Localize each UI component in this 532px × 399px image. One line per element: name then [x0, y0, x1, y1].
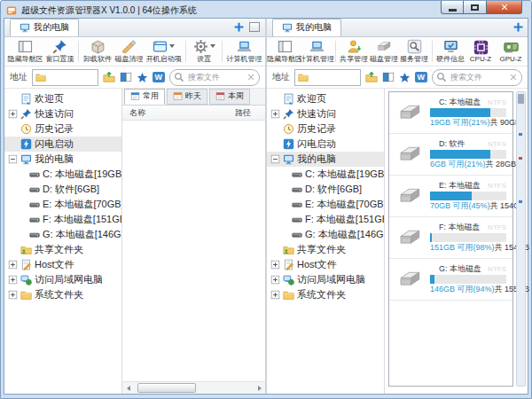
- new-tab-button[interactable]: [512, 21, 524, 33]
- scrollbar-thumb[interactable]: [137, 383, 196, 393]
- split-view-icon[interactable]: [382, 71, 395, 83]
- sidebar-item-drive-g[interactable]: G: 本地磁盘[146GB]: [4, 227, 121, 242]
- sidebar-item-shared-folders[interactable]: 共享文件夹: [4, 242, 121, 257]
- horizontal-scrollbar[interactable]: [122, 381, 265, 394]
- drive-item-c[interactable]: C: 本地磁盘 NTFS 19GB 可用(21%) 共 90GB: [389, 92, 512, 134]
- sidebar-item-drive-d[interactable]: D: 软件[6GB]: [4, 182, 121, 197]
- clear-search-icon[interactable]: [509, 73, 518, 82]
- tab-my-computer[interactable]: 我的电脑: [272, 19, 341, 36]
- drive-item-f[interactable]: F: 本地磁盘 NTFS 151GB 可用(98%) 共 154GB: [389, 217, 512, 259]
- search-input[interactable]: [186, 72, 245, 82]
- sidebar-item-history[interactable]: 历史记录: [267, 121, 384, 137]
- column-name[interactable]: 名称: [129, 107, 145, 119]
- folder-up-icon[interactable]: [365, 71, 378, 83]
- close-button[interactable]: [487, 1, 522, 14]
- sidebar-item-lan-computers[interactable]: 访问局域网电脑: [4, 272, 121, 287]
- sidebar-item-drive-e[interactable]: E: 本地磁盘[70GB]: [4, 197, 121, 212]
- drive-item-g[interactable]: G: 本地磁盘 NTFS 146GB 可用(94%) 共 155GB: [389, 259, 512, 301]
- new-tab-button[interactable]: [233, 21, 245, 33]
- sidebar-item-host-file[interactable]: Host文件: [4, 257, 121, 272]
- search-box[interactable]: [169, 69, 260, 86]
- expand-plus-icon[interactable]: [8, 275, 18, 285]
- disk-manage-button[interactable]: 磁盘管理: [369, 38, 399, 65]
- list-tab-this-week[interactable]: 本周: [209, 89, 250, 105]
- expand-plus-icon[interactable]: [8, 109, 18, 119]
- collapse-minus-icon[interactable]: [8, 154, 18, 164]
- folder-up-icon[interactable]: [103, 71, 115, 83]
- address-field[interactable]: [49, 73, 95, 82]
- list-tab-yesterday[interactable]: 昨天: [167, 89, 207, 105]
- sidebar-item-lightning-start[interactable]: 闪电启动: [267, 137, 384, 152]
- gpuz-button[interactable]: GPU-Z: [496, 38, 526, 65]
- scrollbar-thumb[interactable]: [518, 94, 524, 104]
- disk-cleanup-button[interactable]: 磁盘清理: [113, 38, 145, 65]
- share-manage-button[interactable]: 共享管理: [339, 38, 369, 65]
- dropdown-caret-icon[interactable]: [169, 44, 175, 48]
- uninstall-button[interactable]: 卸载软件: [82, 38, 113, 65]
- drive-item-e[interactable]: E: 本地磁盘 NTFS 70GB 可用(45%) 共 154GB: [389, 176, 512, 217]
- sidebar-item-drive-e[interactable]: E: 本地磁盘[70GB]: [267, 197, 384, 212]
- tab-my-computer[interactable]: 我的电脑: [10, 19, 79, 36]
- expand-plus-icon[interactable]: [270, 290, 280, 300]
- w-filter-icon[interactable]: W: [153, 72, 166, 82]
- sidebar-item-quick-access[interactable]: 快速访问: [4, 106, 121, 121]
- pane-layout-button[interactable]: [249, 22, 260, 32]
- button-label: 硬件信息: [436, 54, 465, 64]
- maximize-button[interactable]: [464, 1, 487, 14]
- window-pin-button[interactable]: 窗口置顶: [44, 38, 75, 65]
- computer-manage-button[interactable]: 计算机管理: [301, 38, 332, 65]
- expand-plus-icon[interactable]: [270, 275, 280, 285]
- sidebar-item-drive-c[interactable]: C: 本地磁盘[19GB]: [4, 167, 121, 182]
- hide-nav-icon: [18, 39, 33, 54]
- sidebar-item-welcome-page[interactable]: 欢迎页: [4, 91, 121, 106]
- settings-button[interactable]: 设置: [189, 38, 219, 65]
- expand-plus-icon[interactable]: [8, 290, 18, 300]
- minimize-button[interactable]: [441, 1, 464, 14]
- column-path[interactable]: 路径: [235, 107, 251, 119]
- hardware-info-button[interactable]: 硬件信息: [435, 38, 466, 65]
- sidebar-item-my-computer[interactable]: 我的电脑: [267, 152, 384, 167]
- address-input[interactable]: [294, 69, 361, 86]
- sidebar-item-shared-folders[interactable]: 共享文件夹: [267, 242, 384, 257]
- sidebar-item-lightning-start[interactable]: 闪电启动: [4, 137, 121, 152]
- hide-nav-button[interactable]: 隐藏导航区: [269, 38, 301, 65]
- expand-plus-icon[interactable]: [270, 260, 280, 270]
- scroll-left-arrow-icon[interactable]: [122, 382, 134, 394]
- service-manage-button[interactable]: 服务管理: [399, 38, 429, 65]
- search-box[interactable]: [432, 69, 522, 86]
- drive-item-d[interactable]: D: 软件 NTFS 6GB 可用(21%) 共 28GB: [389, 134, 512, 176]
- sidebar-item-drive-g[interactable]: G: 本地磁盘[146GB]: [267, 227, 384, 242]
- search-input[interactable]: [449, 72, 507, 82]
- sidebar-item-history[interactable]: 历史记录: [4, 121, 121, 137]
- sidebar-item-drive-d[interactable]: D: 软件[6GB]: [267, 182, 384, 197]
- sidebar-item-welcome-page[interactable]: 欢迎页: [267, 91, 384, 106]
- cpuz-button[interactable]: CPU-Z: [466, 38, 496, 65]
- sidebar-item-system-folders[interactable]: 系统文件夹: [4, 287, 121, 302]
- scroll-right-arrow-icon[interactable]: [254, 382, 265, 394]
- w-filter-icon[interactable]: W: [415, 72, 428, 82]
- tree-item-label: 欢迎页: [35, 92, 64, 106]
- expand-plus-icon[interactable]: [270, 109, 280, 119]
- computer-manage-button[interactable]: 计算机管理: [225, 38, 263, 65]
- dropdown-caret-icon[interactable]: [210, 44, 215, 48]
- clear-search-icon[interactable]: [246, 73, 255, 82]
- favorites-star-icon[interactable]: [137, 72, 148, 83]
- sidebar-item-system-folders[interactable]: 系统文件夹: [267, 287, 384, 302]
- split-view-icon[interactable]: [120, 71, 132, 83]
- favorites-star-icon[interactable]: [399, 72, 411, 83]
- list-tab-frequent[interactable]: 常用: [124, 89, 165, 105]
- hide-nav-button[interactable]: 隐藏导航区: [6, 38, 44, 65]
- address-input[interactable]: [32, 69, 98, 86]
- sidebar-item-drive-f[interactable]: F: 本地磁盘[151GB]: [267, 212, 384, 227]
- vertical-scrollbar[interactable]: [516, 91, 526, 387]
- sidebar-item-quick-access[interactable]: 快速访问: [267, 106, 384, 121]
- sidebar-item-drive-c[interactable]: C: 本地磁盘[19GB]: [267, 167, 384, 182]
- sidebar-item-drive-f[interactable]: F: 本地磁盘[151GB]: [4, 212, 121, 227]
- startup-items-button[interactable]: 开机启动项: [145, 38, 183, 65]
- sidebar-item-host-file[interactable]: Host文件: [267, 257, 384, 272]
- collapse-minus-icon[interactable]: [270, 154, 280, 164]
- sidebar-item-lan-computers[interactable]: 访问局域网电脑: [267, 272, 384, 287]
- expand-plus-icon[interactable]: [8, 260, 18, 270]
- address-field[interactable]: [311, 73, 357, 82]
- sidebar-item-my-computer[interactable]: 我的电脑: [4, 152, 121, 167]
